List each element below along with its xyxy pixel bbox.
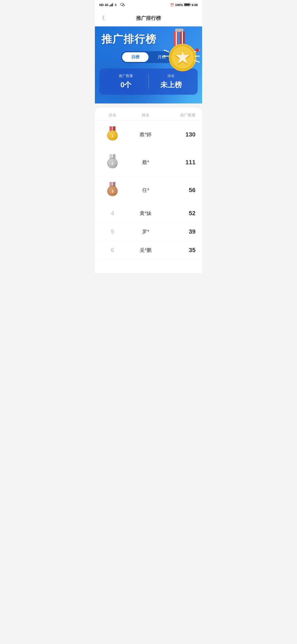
svg-rect-2 [111,4,112,6]
banner-section: 推广排行榜 日榜 月榜 推广数量 0个 排名 未上榜 [95,26,202,103]
alarm-icon: ⏰ [170,3,174,7]
row-name-1: 蔡*婷 [123,131,168,138]
rank-badge-1: 1 [101,126,123,143]
row-name-3: 任* [123,187,168,193]
rank-number-5: 5 [111,228,114,235]
table-header: 排名 姓名 推广数量 [95,108,202,121]
row-count-1: 130 [168,131,196,138]
status-network: HD [99,3,104,7]
row-count-3: 56 [168,187,196,194]
row-count-4: 52 [168,210,196,217]
stats-divider [148,75,149,88]
stats-rank-value: 未上榜 [151,80,191,90]
page-title: 推广排行榜 [136,15,161,21]
rank-number-4: 4 [111,210,114,217]
medal-icon-1: 1 [105,126,120,143]
rank-badge-3: 3 [101,182,123,198]
medal-circle-2: 2 [107,158,118,168]
svg-rect-3 [112,3,113,7]
svg-rect-12 [176,31,177,47]
svg-rect-8 [190,4,191,6]
tab-day[interactable]: 日榜 [122,52,148,62]
status-right: ⏰ 100% 6:08 [170,3,198,7]
table-row: 3 任* 56 [95,176,202,204]
rank-badge-6: 6 [101,247,123,254]
stats-count: 推广数量 0个 [106,73,146,90]
row-name-2: 蔡* [123,159,168,166]
status-wechat [120,3,125,7]
status-bar: HD 4G 6 ⏰ 100% [95,0,202,10]
status-left: HD 4G 6 [99,3,125,7]
svg-rect-1 [111,5,111,7]
medal-icon-3: 3 [105,182,120,198]
stats-count-label: 推广数量 [106,73,146,78]
svg-text:6: 6 [115,3,117,6]
rank-badge-4: 4 [101,210,123,217]
row-count-5: 39 [168,228,196,235]
table-row: 4 黄*妹 52 [95,204,202,223]
medal-circle-1: 1 [107,130,118,141]
col-name-header: 姓名 [123,113,168,118]
row-name-4: 黄*妹 [123,210,168,217]
battery-percent: 100% [175,3,183,7]
medal-icon-2: 2 [105,154,120,171]
table-row: 1 蔡*婷 130 [95,121,202,149]
row-count-2: 111 [168,159,196,166]
table-row: 5 罗* 39 [95,223,202,241]
row-name-6: 吴*鹏 [123,247,168,253]
svg-rect-9 [184,4,189,6]
status-signal [109,3,114,7]
status-4g: 4G [105,4,108,7]
row-count-6: 35 [168,247,196,254]
rank-number-6: 6 [111,247,114,254]
rank-badge-2: 2 [101,154,123,171]
table-row: 2 蔡* 111 [95,149,202,176]
table-row: 6 吴*鹏 35 [95,241,202,260]
col-count-header: 推广数量 [168,113,196,118]
stats-count-value: 0个 [106,80,146,90]
medal-circle-3: 3 [107,186,118,196]
leaderboard-section: 排名 姓名 推广数量 1 蔡*婷 130 2 [95,108,202,273]
back-button[interactable]: 〈 [99,13,107,23]
medal-decoration [159,29,200,77]
row-name-5: 罗* [123,228,168,235]
status-time: 6:08 [192,3,198,7]
page-header: 〈 推广排行榜 [95,10,202,26]
svg-rect-0 [109,5,110,6]
rank-badge-5: 5 [101,228,123,235]
status-wifi: 6 [115,3,119,7]
svg-line-23 [164,50,169,52]
battery-icon [184,3,191,7]
col-rank-header: 排名 [101,113,123,118]
